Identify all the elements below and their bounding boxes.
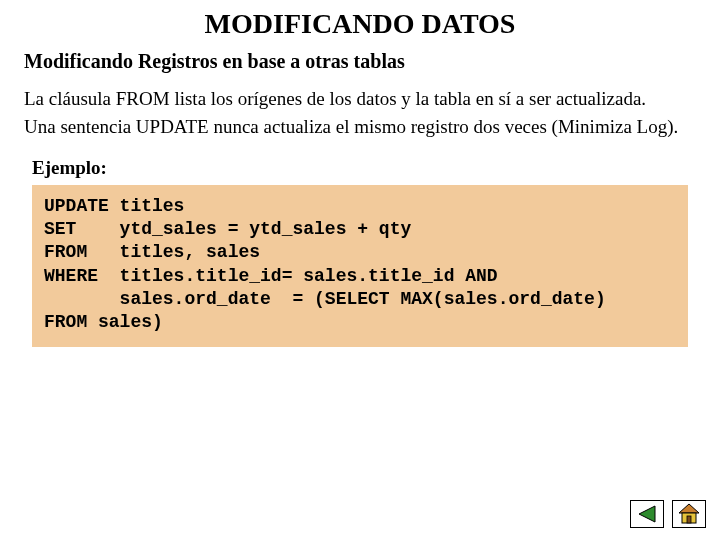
home-button[interactable] <box>672 500 706 528</box>
triangle-left-icon <box>637 505 657 523</box>
page-title: MODIFICANDO DATOS <box>24 8 696 40</box>
svg-marker-0 <box>639 506 655 522</box>
body-paragraph-2: Una sentencia UPDATE nunca actualiza el … <box>24 115 696 139</box>
back-button[interactable] <box>630 500 664 528</box>
svg-rect-3 <box>687 516 691 523</box>
section-subtitle: Modificando Registros en base a otras ta… <box>24 50 696 73</box>
slide: MODIFICANDO DATOS Modificando Registros … <box>0 0 720 540</box>
body-paragraph-1: La cláusula FROM lista los orígenes de l… <box>24 87 696 111</box>
example-label: Ejemplo: <box>32 157 696 179</box>
sql-code-block: UPDATE titles SET ytd_sales = ytd_sales … <box>32 185 688 347</box>
nav-controls <box>630 500 706 528</box>
svg-marker-1 <box>679 504 699 513</box>
house-icon <box>677 503 701 525</box>
